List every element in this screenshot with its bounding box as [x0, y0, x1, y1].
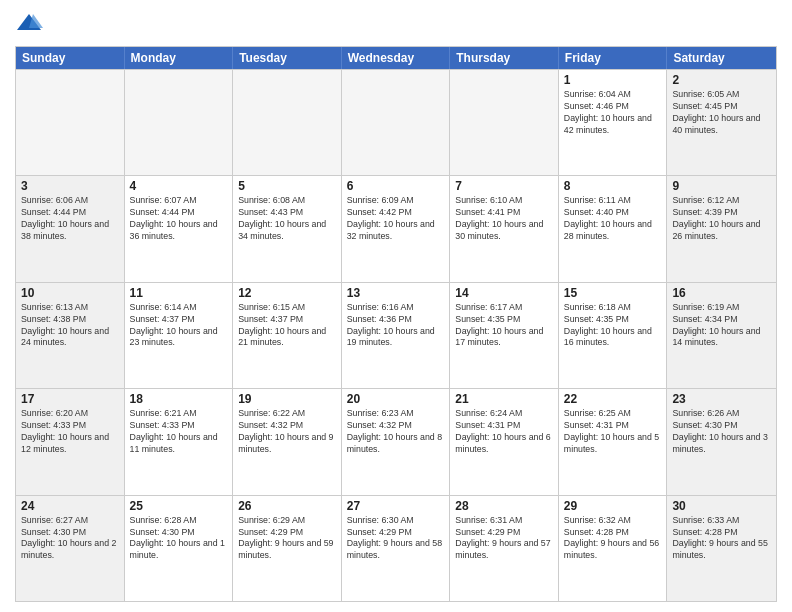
calendar: SundayMondayTuesdayWednesdayThursdayFrid…	[15, 46, 777, 602]
day-info: Sunrise: 6:23 AM Sunset: 4:32 PM Dayligh…	[347, 408, 445, 456]
day-info: Sunrise: 6:29 AM Sunset: 4:29 PM Dayligh…	[238, 515, 336, 563]
calendar-body: 1Sunrise: 6:04 AM Sunset: 4:46 PM Daylig…	[16, 69, 776, 601]
day-info: Sunrise: 6:06 AM Sunset: 4:44 PM Dayligh…	[21, 195, 119, 243]
day-number: 10	[21, 286, 119, 300]
day-number: 11	[130, 286, 228, 300]
cal-cell-day-8: 8Sunrise: 6:11 AM Sunset: 4:40 PM Daylig…	[559, 176, 668, 281]
day-number: 17	[21, 392, 119, 406]
day-info: Sunrise: 6:22 AM Sunset: 4:32 PM Dayligh…	[238, 408, 336, 456]
cal-cell-day-28: 28Sunrise: 6:31 AM Sunset: 4:29 PM Dayli…	[450, 496, 559, 601]
day-info: Sunrise: 6:07 AM Sunset: 4:44 PM Dayligh…	[130, 195, 228, 243]
cal-cell-day-13: 13Sunrise: 6:16 AM Sunset: 4:36 PM Dayli…	[342, 283, 451, 388]
cal-row-4: 24Sunrise: 6:27 AM Sunset: 4:30 PM Dayli…	[16, 495, 776, 601]
day-info: Sunrise: 6:15 AM Sunset: 4:37 PM Dayligh…	[238, 302, 336, 350]
cal-cell-day-22: 22Sunrise: 6:25 AM Sunset: 4:31 PM Dayli…	[559, 389, 668, 494]
day-info: Sunrise: 6:05 AM Sunset: 4:45 PM Dayligh…	[672, 89, 771, 137]
cal-cell-day-24: 24Sunrise: 6:27 AM Sunset: 4:30 PM Dayli…	[16, 496, 125, 601]
day-info: Sunrise: 6:14 AM Sunset: 4:37 PM Dayligh…	[130, 302, 228, 350]
day-number: 5	[238, 179, 336, 193]
day-number: 15	[564, 286, 662, 300]
cal-cell-day-16: 16Sunrise: 6:19 AM Sunset: 4:34 PM Dayli…	[667, 283, 776, 388]
day-number: 23	[672, 392, 771, 406]
cal-cell-day-30: 30Sunrise: 6:33 AM Sunset: 4:28 PM Dayli…	[667, 496, 776, 601]
logo-icon	[15, 10, 43, 38]
day-info: Sunrise: 6:18 AM Sunset: 4:35 PM Dayligh…	[564, 302, 662, 350]
day-number: 25	[130, 499, 228, 513]
cal-cell-day-12: 12Sunrise: 6:15 AM Sunset: 4:37 PM Dayli…	[233, 283, 342, 388]
day-number: 18	[130, 392, 228, 406]
day-number: 20	[347, 392, 445, 406]
cal-row-3: 17Sunrise: 6:20 AM Sunset: 4:33 PM Dayli…	[16, 388, 776, 494]
day-number: 30	[672, 499, 771, 513]
day-number: 29	[564, 499, 662, 513]
cal-cell-day-7: 7Sunrise: 6:10 AM Sunset: 4:41 PM Daylig…	[450, 176, 559, 281]
cal-cell-day-27: 27Sunrise: 6:30 AM Sunset: 4:29 PM Dayli…	[342, 496, 451, 601]
day-info: Sunrise: 6:21 AM Sunset: 4:33 PM Dayligh…	[130, 408, 228, 456]
cal-cell-day-14: 14Sunrise: 6:17 AM Sunset: 4:35 PM Dayli…	[450, 283, 559, 388]
day-info: Sunrise: 6:16 AM Sunset: 4:36 PM Dayligh…	[347, 302, 445, 350]
cal-header-saturday: Saturday	[667, 47, 776, 69]
cal-header-monday: Monday	[125, 47, 234, 69]
day-info: Sunrise: 6:24 AM Sunset: 4:31 PM Dayligh…	[455, 408, 553, 456]
day-number: 6	[347, 179, 445, 193]
cal-row-0: 1Sunrise: 6:04 AM Sunset: 4:46 PM Daylig…	[16, 69, 776, 175]
day-number: 9	[672, 179, 771, 193]
cal-cell-day-26: 26Sunrise: 6:29 AM Sunset: 4:29 PM Dayli…	[233, 496, 342, 601]
logo	[15, 10, 47, 38]
cal-cell-day-11: 11Sunrise: 6:14 AM Sunset: 4:37 PM Dayli…	[125, 283, 234, 388]
day-info: Sunrise: 6:09 AM Sunset: 4:42 PM Dayligh…	[347, 195, 445, 243]
day-number: 7	[455, 179, 553, 193]
cal-cell-day-10: 10Sunrise: 6:13 AM Sunset: 4:38 PM Dayli…	[16, 283, 125, 388]
day-info: Sunrise: 6:25 AM Sunset: 4:31 PM Dayligh…	[564, 408, 662, 456]
day-number: 8	[564, 179, 662, 193]
cal-cell-day-20: 20Sunrise: 6:23 AM Sunset: 4:32 PM Dayli…	[342, 389, 451, 494]
day-number: 24	[21, 499, 119, 513]
day-info: Sunrise: 6:30 AM Sunset: 4:29 PM Dayligh…	[347, 515, 445, 563]
day-number: 12	[238, 286, 336, 300]
cal-row-1: 3Sunrise: 6:06 AM Sunset: 4:44 PM Daylig…	[16, 175, 776, 281]
cal-cell-day-18: 18Sunrise: 6:21 AM Sunset: 4:33 PM Dayli…	[125, 389, 234, 494]
day-info: Sunrise: 6:10 AM Sunset: 4:41 PM Dayligh…	[455, 195, 553, 243]
page: SundayMondayTuesdayWednesdayThursdayFrid…	[0, 0, 792, 612]
day-number: 1	[564, 73, 662, 87]
cal-header-friday: Friday	[559, 47, 668, 69]
day-info: Sunrise: 6:08 AM Sunset: 4:43 PM Dayligh…	[238, 195, 336, 243]
cal-cell-day-6: 6Sunrise: 6:09 AM Sunset: 4:42 PM Daylig…	[342, 176, 451, 281]
day-info: Sunrise: 6:20 AM Sunset: 4:33 PM Dayligh…	[21, 408, 119, 456]
cal-cell-empty	[450, 70, 559, 175]
cal-cell-day-23: 23Sunrise: 6:26 AM Sunset: 4:30 PM Dayli…	[667, 389, 776, 494]
cal-cell-day-4: 4Sunrise: 6:07 AM Sunset: 4:44 PM Daylig…	[125, 176, 234, 281]
day-number: 22	[564, 392, 662, 406]
cal-cell-day-21: 21Sunrise: 6:24 AM Sunset: 4:31 PM Dayli…	[450, 389, 559, 494]
day-info: Sunrise: 6:31 AM Sunset: 4:29 PM Dayligh…	[455, 515, 553, 563]
cal-header-sunday: Sunday	[16, 47, 125, 69]
day-info: Sunrise: 6:26 AM Sunset: 4:30 PM Dayligh…	[672, 408, 771, 456]
day-number: 2	[672, 73, 771, 87]
day-info: Sunrise: 6:33 AM Sunset: 4:28 PM Dayligh…	[672, 515, 771, 563]
day-number: 27	[347, 499, 445, 513]
cal-cell-day-15: 15Sunrise: 6:18 AM Sunset: 4:35 PM Dayli…	[559, 283, 668, 388]
day-info: Sunrise: 6:13 AM Sunset: 4:38 PM Dayligh…	[21, 302, 119, 350]
cal-header-wednesday: Wednesday	[342, 47, 451, 69]
cal-cell-empty	[233, 70, 342, 175]
day-info: Sunrise: 6:32 AM Sunset: 4:28 PM Dayligh…	[564, 515, 662, 563]
day-number: 13	[347, 286, 445, 300]
cal-cell-day-19: 19Sunrise: 6:22 AM Sunset: 4:32 PM Dayli…	[233, 389, 342, 494]
cal-cell-empty	[16, 70, 125, 175]
calendar-header-row: SundayMondayTuesdayWednesdayThursdayFrid…	[16, 47, 776, 69]
day-info: Sunrise: 6:12 AM Sunset: 4:39 PM Dayligh…	[672, 195, 771, 243]
day-number: 4	[130, 179, 228, 193]
day-info: Sunrise: 6:04 AM Sunset: 4:46 PM Dayligh…	[564, 89, 662, 137]
cal-cell-day-9: 9Sunrise: 6:12 AM Sunset: 4:39 PM Daylig…	[667, 176, 776, 281]
cal-cell-day-29: 29Sunrise: 6:32 AM Sunset: 4:28 PM Dayli…	[559, 496, 668, 601]
cal-header-thursday: Thursday	[450, 47, 559, 69]
day-number: 19	[238, 392, 336, 406]
cal-cell-day-17: 17Sunrise: 6:20 AM Sunset: 4:33 PM Dayli…	[16, 389, 125, 494]
day-number: 21	[455, 392, 553, 406]
day-number: 14	[455, 286, 553, 300]
day-number: 16	[672, 286, 771, 300]
cal-cell-empty	[125, 70, 234, 175]
cal-row-2: 10Sunrise: 6:13 AM Sunset: 4:38 PM Dayli…	[16, 282, 776, 388]
day-number: 28	[455, 499, 553, 513]
cal-cell-day-1: 1Sunrise: 6:04 AM Sunset: 4:46 PM Daylig…	[559, 70, 668, 175]
